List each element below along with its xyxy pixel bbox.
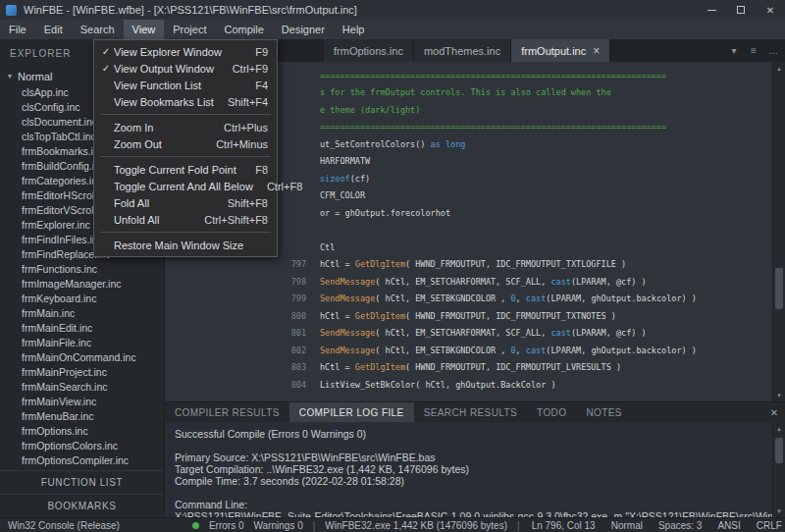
code-token: cast (550, 277, 570, 287)
output-tab-todo[interactable]: TODO (527, 402, 576, 422)
code-token: (LPARAM, ghOutput.backcolor) ) (546, 293, 697, 303)
code-line: 798SendMessage( hCtl, EM_SETCHARFORMAT, … (165, 273, 772, 291)
menu-icon[interactable]: ≡ (745, 45, 762, 56)
code-token: ========================================… (320, 71, 666, 80)
menu-item-fold-all[interactable]: Fold AllShift+F8 (94, 194, 277, 211)
menu-item-shortcut: F8 (255, 164, 268, 176)
code-token: ========================================… (320, 122, 666, 132)
output-line (175, 487, 772, 499)
explorer-file-frmmainsearch-inc[interactable]: frmMainSearch.inc (0, 380, 164, 395)
menubar-item-view[interactable]: View (124, 20, 165, 39)
code-token: , (516, 346, 526, 355)
explorer-file-frmmainview-inc[interactable]: frmMainView.inc (0, 395, 164, 409)
menu-item-toggle-current-fold-point[interactable]: Toggle Current Fold PointF8 (94, 161, 277, 178)
chevron-down-icon[interactable]: ▾ (725, 45, 743, 56)
output-scrollbar[interactable]: ▴ ▾ (772, 422, 785, 517)
explorer-file-frmkeyboard-inc[interactable]: frmKeyboard.inc (0, 292, 164, 306)
code-token: ListView_SetBkColor( hCtl, ghOutput.Back… (320, 380, 556, 390)
explorer-file-frmoptions-inc[interactable]: frmOptions.inc (0, 424, 164, 439)
scroll-up-icon[interactable]: ▴ (773, 62, 785, 75)
line-number: 803 (165, 362, 320, 372)
code-token: cast (526, 346, 546, 355)
statusbar: Win32 Console (Release) Errors 0 Warning… (0, 517, 785, 532)
bookmarks-panel[interactable]: BOOKMARKS (0, 494, 164, 517)
output-line: X:\PSS121\FB\WinFBE_Suite-Editor\Toolcha… (175, 510, 772, 517)
menu-item-label: Restore Main Window Size (114, 239, 254, 251)
checkmark-icon: ✓ (98, 63, 114, 74)
code-text: hCtl = GetDlgItem( HWND_FRMOUTPUT, IDC_F… (320, 259, 626, 269)
explorer-file-frmmainfile-inc[interactable]: frmMainFile.inc (0, 336, 164, 350)
menu-item-shortcut: Shift+F8 (228, 197, 268, 209)
menu-item-view-bookmarks-list[interactable]: View Bookmarks ListShift+F4 (94, 93, 277, 110)
code-text: e theme (dark/light) (320, 105, 420, 115)
menubar-item-edit[interactable]: Edit (35, 20, 72, 39)
compile-status-group: Errors 0 Warnings 0 | WinFBE32.exe 1,442… (192, 520, 520, 531)
scrollbar-thumb[interactable] (775, 438, 783, 463)
code-text: ut_SetControlColors() as long (320, 139, 465, 149)
explorer-file-frmoptionscolors-inc[interactable]: frmOptionsColors.inc (0, 439, 164, 453)
close-button[interactable]: ✕ (756, 0, 785, 20)
output-tab-notes[interactable]: NOTES (576, 402, 631, 422)
explorer-file-frmmenubar-inc[interactable]: frmMenuBar.inc (0, 409, 164, 424)
tab-modthemes-inc[interactable]: modThemes.inc (414, 39, 511, 62)
menubar-item-file[interactable]: File (0, 20, 35, 39)
code-text: HARFORMATW (320, 156, 370, 166)
menubar-item-search[interactable]: Search (72, 20, 124, 39)
menu-item-label: Fold All (114, 197, 214, 209)
tab-frmoutput-inc[interactable]: frmOutput.inc× (511, 39, 610, 62)
close-icon[interactable]: ✕ (763, 402, 785, 422)
spaces-label[interactable]: Spaces: 3 (658, 520, 702, 531)
code-text: or = ghOutput.forecolorhot (320, 208, 450, 218)
menu-item-view-explorer-window[interactable]: ✓View Explorer WindowF9 (94, 43, 277, 60)
menu-item-zoom-out[interactable]: Zoom OutCtrl+Minus (94, 135, 277, 152)
menu-item-shortcut: Ctrl+Plus (224, 122, 268, 133)
encoding-label[interactable]: ANSI (717, 520, 740, 531)
tab-frmoptions-inc[interactable]: frmOptions.inc (324, 39, 414, 62)
output-tab-compiler-results[interactable]: COMPILER RESULTS (165, 402, 289, 422)
menu-item-zoom-in[interactable]: Zoom InCtrl+Plus (94, 119, 277, 135)
explorer-file-frmimagemanager-inc[interactable]: frmImageManager.inc (0, 277, 164, 292)
explorer-file-frmmainproject-inc[interactable]: frmMainProject.inc (0, 365, 164, 380)
line-number: 798 (165, 277, 320, 287)
minimize-icon (707, 10, 716, 11)
maximize-button[interactable] (726, 0, 756, 20)
output-tab-compiler-log-file[interactable]: COMPILER LOG FILE (289, 402, 414, 422)
explorer-file-frmoptionscompiler-inc[interactable]: frmOptionsCompiler.inc (0, 453, 164, 468)
code-token: (LPARAM, @cf) ) (571, 328, 647, 338)
scrollbar-thumb[interactable] (775, 268, 783, 309)
menu-item-unfold-all[interactable]: Unfold AllCtrl+Shift+F8 (94, 211, 277, 228)
function-list-panel[interactable]: FUNCTION LIST (0, 470, 164, 494)
output-tab-search-results[interactable]: SEARCH RESULTS (414, 402, 527, 422)
menubar-item-designer[interactable]: Designer (273, 20, 334, 39)
output-line: Target Compilation: ..\WinFBE32.exe (1,4… (175, 463, 772, 475)
scroll-down-icon[interactable]: ▾ (773, 389, 785, 401)
code-text: SendMessage( hCtl, EM_SETBKGNDCOLOR , 0,… (320, 346, 697, 355)
code-text: ========================================… (320, 71, 666, 80)
explorer-file-frmmainedit-inc[interactable]: frmMainEdit.inc (0, 321, 164, 336)
status-ok-dot (192, 522, 199, 529)
menu-item-toggle-current-and-all-below[interactable]: Toggle Current And All BelowCtrl+F8 (94, 178, 277, 194)
menu-item-restore-main-window-size[interactable]: Restore Main Window Size (94, 237, 277, 253)
menubar-item-compile[interactable]: Compile (215, 20, 272, 39)
scroll-up-icon[interactable]: ▴ (773, 422, 785, 435)
menubar-item-help[interactable]: Help (334, 20, 374, 39)
code-line: 804ListView_SetBkColor( hCtl, ghOutput.B… (165, 376, 772, 394)
editor-scrollbar[interactable]: ▴ ▾ (772, 62, 785, 401)
menu-item-shortcut: F9 (255, 46, 268, 58)
explorer-file-frmmain-inc[interactable]: frmMain.inc (0, 306, 164, 321)
explorer-file-frmfunctions-inc[interactable]: frmFunctions.inc (0, 262, 164, 277)
code-token: hCtl = (320, 362, 355, 372)
line-ending-label[interactable]: CRLF (757, 520, 782, 531)
scroll-down-icon[interactable]: ▾ (773, 505, 785, 517)
output-line (175, 440, 772, 452)
menubar-item-project[interactable]: Project (164, 20, 215, 39)
menu-item-view-function-list[interactable]: View Function ListF4 (94, 77, 277, 93)
close-icon[interactable]: × (593, 44, 600, 58)
build-config-label[interactable]: Win32 Console (Release) (8, 520, 120, 531)
menu-item-label: View Function List (114, 80, 241, 91)
mode-label[interactable]: Normal (611, 520, 643, 531)
menu-item-view-output-window[interactable]: ✓View Output WindowCtrl+F9 (94, 60, 277, 77)
explorer-file-frmmainoncommand-inc[interactable]: frmMainOnCommand.inc (0, 350, 164, 365)
more-icon[interactable]: … (764, 45, 782, 56)
minimize-button[interactable] (697, 0, 726, 20)
